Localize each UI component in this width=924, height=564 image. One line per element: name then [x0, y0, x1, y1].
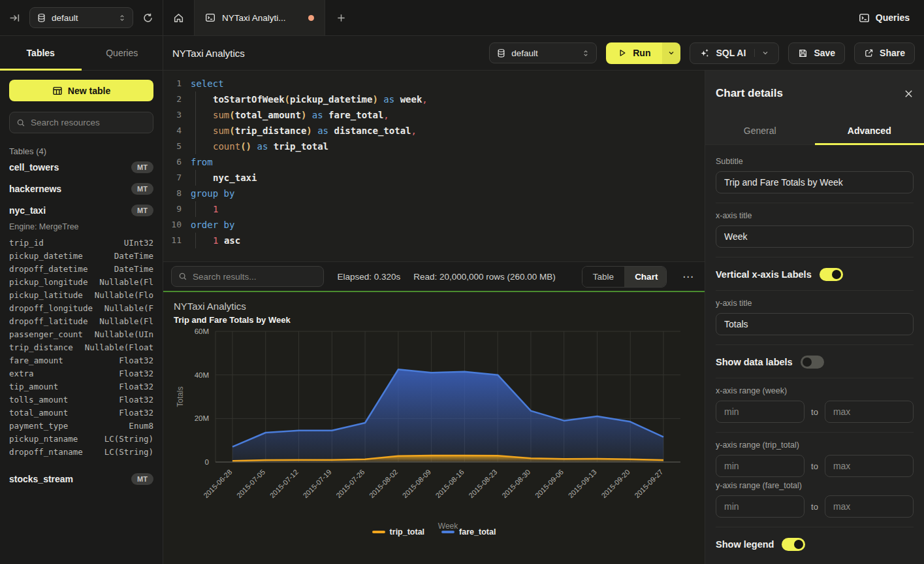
updown-chevron-icon: [118, 14, 126, 22]
chart-details-panel: Chart details General Advanced Subtitle …: [705, 71, 924, 564]
sql-ai-button[interactable]: SQL AI: [690, 42, 779, 64]
results-more-button[interactable]: ⋯: [680, 270, 697, 284]
svg-text:2015-09-27: 2015-09-27: [633, 468, 664, 499]
tab-general[interactable]: General: [705, 116, 815, 144]
table-item[interactable]: cell_towersMT: [9, 156, 153, 178]
range-to-label: to: [811, 502, 818, 512]
code-text: order by: [191, 217, 234, 233]
svg-text:2015-07-26: 2015-07-26: [334, 468, 366, 499]
run-database-value: default: [511, 48, 538, 58]
yaxis-title-field[interactable]: [716, 313, 914, 335]
column-type: DateTime: [114, 250, 153, 263]
svg-text:2015-08-30: 2015-08-30: [500, 468, 532, 499]
sidebar-search-input[interactable]: [31, 118, 146, 127]
queries-button-label: Queries: [876, 12, 910, 23]
column-type: Float32: [119, 354, 153, 367]
yaxis-range-fare-max-field[interactable]: [825, 495, 914, 518]
show-legend-toggle[interactable]: [782, 538, 805, 551]
column-type: UInt32: [124, 237, 153, 250]
column-name: passenger_count: [9, 328, 83, 341]
run-button[interactable]: Run: [606, 42, 662, 64]
column-name: total_amount: [9, 406, 68, 420]
sidebar-search[interactable]: [9, 112, 153, 133]
save-button[interactable]: Save: [788, 42, 845, 64]
subtitle-field[interactable]: [716, 171, 914, 193]
home-tab[interactable]: [163, 0, 195, 35]
chart-legend: trip_totalfare_total: [174, 527, 694, 537]
svg-text:0: 0: [205, 458, 209, 466]
column-row: passenger_countNullable(UIn: [9, 328, 153, 341]
sidebar-tab-tables[interactable]: Tables: [0, 36, 82, 70]
results-search-input[interactable]: [193, 272, 317, 282]
xaxis-range-min-field[interactable]: [716, 401, 805, 423]
code-line: 111 asc: [163, 233, 705, 248]
column-name: tip_amount: [9, 380, 58, 393]
code-text: 1: [191, 201, 218, 217]
new-tab-button[interactable]: [325, 0, 357, 35]
tab-nytaxi-analytics[interactable]: NYTaxi Analyti...: [195, 0, 325, 35]
column-row: payment_typeEnum8: [9, 420, 153, 433]
yaxis-range-trip-min-field[interactable]: [716, 455, 805, 477]
xaxis-title-field[interactable]: [716, 225, 914, 248]
queries-button[interactable]: Queries: [844, 0, 924, 35]
chevron-down-icon: [667, 49, 675, 57]
read-stat: Read: 20,000,000 rows (260.00 MB): [413, 272, 556, 282]
table-item[interactable]: nyc_taxiMT: [9, 199, 153, 221]
tab-advanced[interactable]: Advanced: [815, 116, 924, 144]
table-item[interactable]: stocks_streamMT: [9, 468, 153, 489]
column-type: Float32: [119, 393, 153, 406]
run-button-label: Run: [633, 48, 650, 58]
share-button[interactable]: Share: [854, 42, 915, 64]
yaxis-range-fare-min-field[interactable]: [716, 495, 805, 518]
code-line: 7nyc_taxi: [163, 170, 705, 186]
search-icon: [16, 118, 25, 127]
column-type: Float32: [119, 406, 153, 420]
updown-chevron-icon: [582, 49, 590, 58]
collapse-sidebar-icon[interactable]: [9, 12, 20, 24]
table-name: hackernews: [9, 184, 61, 194]
tables-list: cell_towersMThackernewsMTnyc_taxiMTEngin…: [9, 156, 153, 489]
code-text: from: [191, 154, 213, 170]
run-options-button[interactable]: [662, 42, 680, 64]
xaxis-range-max-field[interactable]: [825, 401, 914, 423]
unsaved-dot: [308, 15, 314, 21]
run-database-selector[interactable]: default: [489, 42, 597, 63]
vertical-labels-toggle[interactable]: [820, 268, 843, 281]
code-text: toStartOfWeek(pickup_datetime) as week,: [191, 91, 428, 107]
svg-text:2015-09-20: 2015-09-20: [599, 468, 631, 499]
results-chart-svg: 020M40M60M2015-06-282015-07-052015-07-12…: [174, 325, 696, 535]
tab-title: NYTaxi Analyti...: [222, 13, 286, 23]
code-line: 1select: [163, 76, 705, 91]
sql-editor[interactable]: 1select2toStartOfWeek(pickup_datetime) a…: [163, 71, 705, 261]
xaxis-range-label: x-axis range (week): [716, 386, 914, 395]
sql-ai-options-button[interactable]: [754, 49, 769, 57]
view-table-button[interactable]: Table: [582, 267, 624, 287]
data-labels-toggle[interactable]: [801, 356, 824, 369]
sidebar-tab-queries[interactable]: Queries: [82, 36, 163, 70]
refresh-icon[interactable]: [142, 12, 153, 24]
code-line: 5count() as trip_total: [163, 139, 705, 154]
legend-item[interactable]: trip_total: [372, 527, 424, 537]
close-icon[interactable]: [904, 89, 914, 99]
legend-item[interactable]: fare_total: [441, 527, 496, 537]
view-chart-button[interactable]: Chart: [624, 267, 667, 287]
data-labels-label: Show data labels: [716, 357, 793, 367]
tables-section-label: Tables (4): [9, 146, 153, 156]
home-icon: [173, 12, 184, 24]
column-row: pickup_longitudeNullable(Fl: [9, 276, 153, 289]
table-item[interactable]: hackernewsMT: [9, 178, 153, 199]
new-table-button[interactable]: New table: [9, 80, 153, 101]
code-text: count() as trip_total: [191, 139, 328, 154]
yaxis-range-trip-max-field[interactable]: [825, 455, 914, 477]
sidebar-tab-queries-label: Queries: [106, 48, 138, 58]
code-text: sum(trip_distance) as distance_total,: [191, 123, 417, 139]
tab-strip: NYTaxi Analyti...: [163, 0, 357, 35]
code-text: group by: [191, 186, 234, 201]
database-selector[interactable]: default: [29, 7, 133, 28]
database-icon: [496, 48, 506, 58]
column-name: pickup_longitude: [9, 276, 88, 289]
line-number: 8: [163, 186, 182, 201]
results-search[interactable]: [171, 266, 324, 287]
table-engine-badge: MT: [131, 183, 153, 195]
legend-label: trip_total: [390, 527, 424, 537]
